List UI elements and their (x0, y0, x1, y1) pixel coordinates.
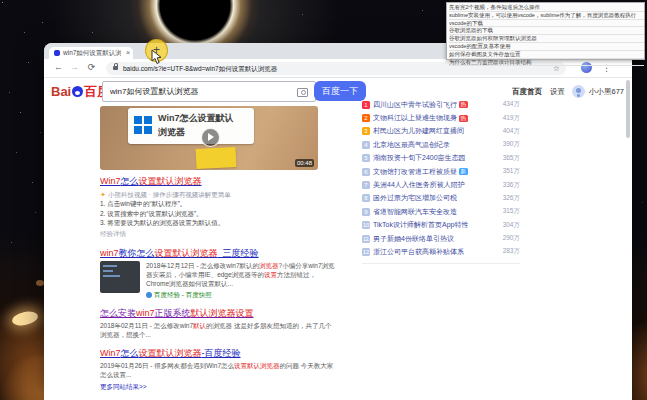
rank-badge: 11 (362, 235, 370, 243)
hot-search-item[interactable]: 6文物馆打改管道工程被质疑新351万 (362, 165, 520, 178)
user-avatar[interactable] (572, 85, 585, 98)
rank-badge: 7 (362, 181, 370, 189)
hot-search-count: 283万 (503, 247, 520, 256)
result-title-link[interactable]: 怎么安装win7正版系统默认浏览器设置 (100, 307, 336, 319)
hot-search-title[interactable]: 男子新婚4份联络单引热议 (373, 234, 454, 244)
baidu-logo-latin: Bai (51, 84, 71, 99)
lock-icon[interactable] (113, 66, 118, 70)
hot-search-count: 390万 (503, 140, 520, 149)
forward-icon[interactable]: → (68, 61, 81, 74)
result-description: 2019年01月26日 - 很多网友都会遇到Win7怎么设置默认浏览器的问题 今… (100, 361, 336, 379)
detail-link[interactable]: 经验详情 (100, 230, 336, 239)
hot-search-item[interactable]: 7美洲44人入住医务所被人陪护336万 (362, 178, 520, 191)
hot-search-count: 336万 (503, 181, 520, 190)
username[interactable]: 小小黑677 (589, 85, 624, 99)
home-link[interactable]: 百度首页 (512, 85, 542, 99)
hot-search-item[interactable]: 3村民山区为儿孙建网红直播间404万 (362, 125, 520, 138)
hot-search-count: 365万 (503, 154, 520, 163)
hot-search-title[interactable]: 北京地区最高气温创纪录 (373, 140, 450, 150)
hot-search-title[interactable]: 村民山区为儿孙建网红直播间 (373, 126, 464, 136)
hot-search-title[interactable]: 美洲44人入住医务所被人陪护 (373, 180, 465, 190)
result-source: 百度经验 - 百度快照 (146, 290, 336, 299)
camera-icon[interactable] (297, 88, 308, 97)
hot-search-item[interactable]: 4北京地区最高气温创纪录390万 (362, 138, 520, 151)
scrollbar-thumb[interactable] (626, 80, 630, 138)
hot-search-title[interactable]: 省道智能网联汽车安全改造 (373, 207, 457, 217)
tab-title: win7如何设置默认浏览器_百度搜... (63, 48, 121, 58)
provider-text: 小熊科技视频 · 操作步骤有视频讲解更简单 (108, 191, 231, 198)
browser-tab[interactable]: win7如何设置默认浏览器_百度搜... × (49, 47, 133, 59)
baidu-serp-page: Bai百度 win7如何设置默认浏览器 百度一下 百度首页 设置 小小黑677 … (44, 78, 632, 400)
hot-search-count: 419万 (503, 114, 520, 123)
hot-search-title[interactable]: 湖南投资十旬下2400亩生态园 (373, 153, 466, 163)
rank-badge: 9 (362, 208, 370, 216)
play-icon[interactable] (201, 128, 220, 147)
note-line: 为什么有三方监控器设计目录结构 (449, 59, 644, 67)
hot-search-item[interactable]: 9省道智能网联汽车安全改造315万 (362, 205, 520, 218)
search-input[interactable]: win7如何设置默认浏览器 (102, 81, 316, 102)
hot-search-count: 434万 (503, 100, 520, 109)
hot-search-item[interactable]: 5湖南投资十旬下2400亩生态园365万 (362, 152, 520, 165)
note-line: 谷歌浏览器如何权限管理默认浏览器 (449, 35, 644, 43)
sticky-note-decoration (196, 147, 237, 169)
header-right: 百度首页 设置 小小黑677 (512, 85, 627, 99)
hot-search-title[interactable]: 四川山区中青年试验引飞行 (373, 100, 457, 110)
baidu-favicon-icon (54, 50, 60, 56)
hot-search-title[interactable]: 文物馆打改管道工程被质疑 (373, 167, 457, 177)
tab-close-icon[interactable]: × (126, 48, 130, 58)
hot-search-list: 1四川山区中青年试验引飞行热434万2文物科江以上疑难生物现身热419万3村民山… (362, 98, 520, 264)
search-result: 怎么安装win7正版系统默认浏览器设置2018年02月11日 - 怎么修改win… (100, 307, 336, 339)
mouse-cursor (151, 49, 163, 65)
hot-search-title[interactable]: 浙江公司平台获高额补贴体系 (373, 247, 464, 257)
video-thumbnail[interactable]: Win7怎么设置默认 浏览器 00:48 (100, 106, 318, 170)
hot-search-item[interactable]: 10TikTok设计师解析首页App特性304万 (362, 219, 520, 232)
back-icon[interactable]: ← (52, 61, 65, 74)
hot-search-count: 404万 (503, 127, 520, 136)
hot-tag-badge: 新 (459, 168, 468, 175)
result-title-link[interactable]: Win7怎么设置默认浏览器-百度经验 (100, 347, 336, 359)
hot-search-item[interactable]: 12浙江公司平台获高额补贴体系283万 (362, 245, 520, 258)
step-item: 1. 点击win键中的“默认程序”。 (100, 199, 336, 209)
divider (362, 263, 520, 264)
hot-search-count: 290万 (503, 234, 520, 243)
hot-search-item[interactable]: 11男子新婚4份联络单引热议290万 (362, 232, 520, 245)
rank-badge: 1 (362, 101, 370, 109)
note-line: vscode的下载 (449, 20, 644, 28)
hot-search-title[interactable]: TikTok设计师解析首页App特性 (373, 220, 468, 230)
rank-badge: 8 (362, 194, 370, 202)
rank-badge: 12 (362, 248, 370, 256)
hot-search-title[interactable]: 国外过票为宅区增加公司税 (373, 193, 457, 203)
hot-search-count: 351万 (503, 167, 520, 176)
search-button[interactable]: 百度一下 (314, 81, 366, 101)
notes-overlay[interactable]: 先看完2个视频，条件知道后怎么操作sublime安装使用，可以使用vscode，… (446, 2, 645, 60)
reload-icon[interactable]: ⟳ (85, 61, 98, 74)
search-result: Win7怎么设置默认浏览器-百度经验2019年01月26日 - 很多网友都会遇到… (100, 347, 336, 392)
video-provider-line: ✦小熊科技视频 · 操作步骤有视频讲解更简单 (100, 190, 336, 199)
settings-link[interactable]: 设置 (550, 85, 565, 99)
more-results-link[interactable]: 更多同站结果>> (100, 383, 336, 392)
hot-search-title[interactable]: 文物科江以上疑难生物现身 (373, 113, 457, 123)
site-badge-icon (146, 292, 152, 298)
hot-search-item[interactable]: 8国外过票为宅区增加公司税326万 (362, 192, 520, 205)
video-overlay-text: Win7怎么设置默认 (158, 112, 233, 125)
video-result-title[interactable]: Win7怎么设置默认浏览器 (100, 175, 336, 187)
video-title-card: Win7怎么设置默认 浏览器 (128, 108, 254, 144)
video-duration-badge: 00:48 (295, 159, 314, 167)
result-thumbnail[interactable] (100, 261, 140, 293)
rank-badge: 2 (362, 114, 370, 122)
video-overlay-text: 浏览器 (158, 126, 185, 139)
hot-search-item[interactable]: 2文物科江以上疑难生物现身热419万 (362, 111, 520, 124)
hot-tag-badge: 热 (459, 115, 468, 122)
hot-search-item[interactable]: 1四川山区中青年试验引飞行热434万 (362, 98, 520, 111)
organic-results: win7教你怎么设置默认浏览器_三度经验2018年12月12日 - 怎么修改wi… (100, 247, 336, 400)
step-item: 2. 设置搜索中的“设置默认浏览器”。 (100, 209, 336, 219)
browser-window: win7如何设置默认浏览器_百度搜... × ← → ⟳ baidu.com/s… (44, 43, 632, 400)
rank-badge: 4 (362, 141, 370, 149)
note-line: 谷歌浏览器的下载 (449, 27, 644, 35)
result-description: 2018年12月12日 - 怎么修改win7默认的浏览器?小编分享win7浏览器… (146, 261, 336, 288)
rank-badge: 3 (362, 127, 370, 135)
result-title-link[interactable]: win7教你怎么设置默认浏览器_三度经验 (100, 247, 336, 259)
windows-logo-icon (134, 116, 152, 134)
scrollbar[interactable] (626, 78, 631, 400)
rank-badge: 5 (362, 154, 370, 162)
